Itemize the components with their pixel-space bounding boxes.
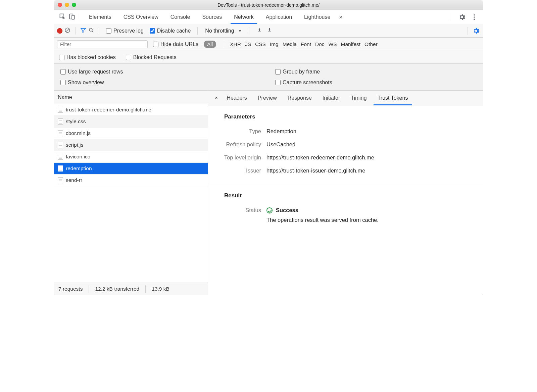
filter-type-js[interactable]: JS: [245, 41, 251, 47]
param-value: Redemption: [266, 128, 296, 135]
options-bar: Use large request rows Show overview Gro…: [54, 64, 483, 91]
svg-point-3: [474, 14, 475, 15]
blocked-cookies-checkbox[interactable]: Has blocked cookies: [57, 54, 118, 60]
param-key: Top level origin: [216, 154, 266, 161]
filter-type-css[interactable]: CSS: [255, 41, 266, 47]
filter-bar-2: Has blocked cookies Blocked Requests: [54, 51, 483, 64]
filter-type-manifest[interactable]: Manifest: [341, 41, 361, 47]
hide-data-urls-checkbox[interactable]: Hide data URLs: [151, 41, 200, 47]
request-row[interactable]: script.js: [54, 139, 208, 151]
request-name: script.js: [66, 142, 84, 148]
file-icon: [58, 130, 63, 136]
request-row[interactable]: style.css: [54, 116, 208, 128]
capture-screenshots-checkbox[interactable]: Capture screenshots: [273, 80, 479, 86]
disable-cache-checkbox[interactable]: Disable cache: [148, 28, 193, 34]
request-list-header[interactable]: Name: [54, 91, 208, 104]
footer-transferred: 12.2 kB transferred: [95, 286, 139, 292]
throttling-value: No throttling: [205, 28, 234, 34]
footer-resources: 13.9 kB: [152, 286, 169, 292]
detail-panel: × HeadersPreviewResponseInitiatorTimingT…: [208, 91, 483, 295]
detail-tab-trust-tokens[interactable]: Trust Tokens: [372, 91, 413, 105]
param-value: https://trust-token-redeemer-demo.glitch…: [266, 154, 374, 161]
tab-console[interactable]: Console: [164, 10, 196, 24]
filter-bar: Hide data URLs AllXHRJSCSSImgMediaFontDo…: [54, 38, 483, 51]
tab-network[interactable]: Network: [228, 10, 260, 24]
tab-application[interactable]: Application: [260, 10, 298, 24]
filter-type-xhr[interactable]: XHR: [230, 41, 241, 47]
success-icon: [266, 207, 273, 213]
request-row[interactable]: cbor.min.js: [54, 128, 208, 139]
param-key: Refresh policy: [216, 141, 266, 148]
filter-type-all[interactable]: All: [204, 41, 216, 48]
clear-button[interactable]: [64, 27, 70, 34]
record-button[interactable]: [57, 28, 62, 34]
filter-type-font[interactable]: Font: [301, 41, 311, 47]
footer-requests: 7 requests: [58, 286, 83, 292]
filter-type-media[interactable]: Media: [283, 41, 297, 47]
settings-icon[interactable]: [458, 13, 466, 21]
tab-css-overview[interactable]: CSS Overview: [117, 10, 164, 24]
param-key: Issuer: [216, 167, 266, 174]
device-toggle-icon[interactable]: [68, 13, 75, 21]
filter-type-doc[interactable]: Doc: [315, 41, 325, 47]
request-name: favicon.ico: [66, 154, 90, 160]
request-list: Name trust-token-redeemer-demo.glitch.me…: [54, 91, 208, 295]
close-detail-icon[interactable]: ×: [211, 95, 221, 101]
filter-toggle-icon[interactable]: [80, 27, 86, 34]
request-row[interactable]: send-rr: [54, 175, 208, 186]
network-settings-icon[interactable]: [473, 27, 480, 35]
detail-tab-response[interactable]: Response: [282, 91, 317, 105]
request-name: style.css: [66, 118, 86, 125]
parameters-title: Parameters: [208, 105, 483, 125]
svg-line-9: [92, 31, 93, 32]
status-label: Status: [216, 207, 266, 223]
detail-tab-timing[interactable]: Timing: [345, 91, 372, 105]
preserve-log-label: Preserve log: [113, 28, 144, 34]
disable-cache-label: Disable cache: [157, 28, 191, 34]
request-name: send-rr: [66, 177, 82, 183]
tabs-overflow-icon[interactable]: »: [336, 13, 342, 20]
param-value: https://trust-token-issuer-demo.glitch.m…: [266, 167, 365, 174]
filter-input[interactable]: [57, 40, 148, 48]
filter-type-img[interactable]: Img: [270, 41, 279, 47]
download-har-icon[interactable]: [267, 28, 272, 34]
request-row[interactable]: trust-token-redeemer-demo.glitch.me: [54, 104, 208, 116]
request-name: redemption: [66, 165, 92, 172]
traffic-lights: [58, 3, 76, 7]
svg-point-8: [89, 28, 92, 31]
close-window-button[interactable]: [58, 3, 62, 7]
titlebar: DevTools - trust-token-redeemer-demo.gli…: [54, 0, 483, 10]
search-icon[interactable]: [88, 27, 94, 34]
show-overview-checkbox[interactable]: Show overview: [58, 80, 264, 86]
show-overview-label: Show overview: [68, 80, 104, 86]
preserve-log-checkbox[interactable]: Preserve log: [104, 28, 146, 34]
more-menu-icon[interactable]: [471, 13, 478, 21]
request-row[interactable]: favicon.ico: [54, 151, 208, 163]
large-rows-label: Use large request rows: [68, 69, 123, 75]
request-row[interactable]: redemption: [54, 163, 208, 175]
detail-tab-initiator[interactable]: Initiator: [317, 91, 345, 105]
svg-rect-11: [268, 32, 271, 32]
detail-tab-headers[interactable]: Headers: [221, 91, 252, 105]
tab-elements[interactable]: Elements: [83, 10, 117, 24]
inspect-element-icon[interactable]: [59, 13, 66, 21]
result-title: Result: [208, 184, 483, 204]
blocked-requests-label: Blocked Requests: [133, 54, 177, 60]
network-toolbar: Preserve log Disable cache No throttling…: [54, 24, 483, 38]
filter-type-ws[interactable]: WS: [329, 41, 337, 47]
request-list-footer: 7 requests 12.2 kB transferred 13.9 kB: [54, 282, 208, 295]
blocked-requests-checkbox[interactable]: Blocked Requests: [124, 54, 179, 60]
minimize-window-button[interactable]: [65, 3, 69, 7]
maximize-window-button[interactable]: [72, 3, 76, 7]
group-by-frame-checkbox[interactable]: Group by frame: [273, 69, 479, 75]
tab-sources[interactable]: Sources: [196, 10, 228, 24]
request-name: cbor.min.js: [66, 130, 91, 136]
param-value: UseCached: [266, 141, 295, 148]
filter-type-other[interactable]: Other: [364, 41, 378, 47]
hide-data-urls-label: Hide data URLs: [160, 41, 198, 47]
detail-tab-preview[interactable]: Preview: [252, 91, 282, 105]
large-rows-checkbox[interactable]: Use large request rows: [58, 69, 264, 75]
throttling-select[interactable]: No throttling ▼: [202, 28, 244, 34]
upload-har-icon[interactable]: [257, 28, 262, 34]
tab-lighthouse[interactable]: Lighthouse: [298, 10, 336, 24]
